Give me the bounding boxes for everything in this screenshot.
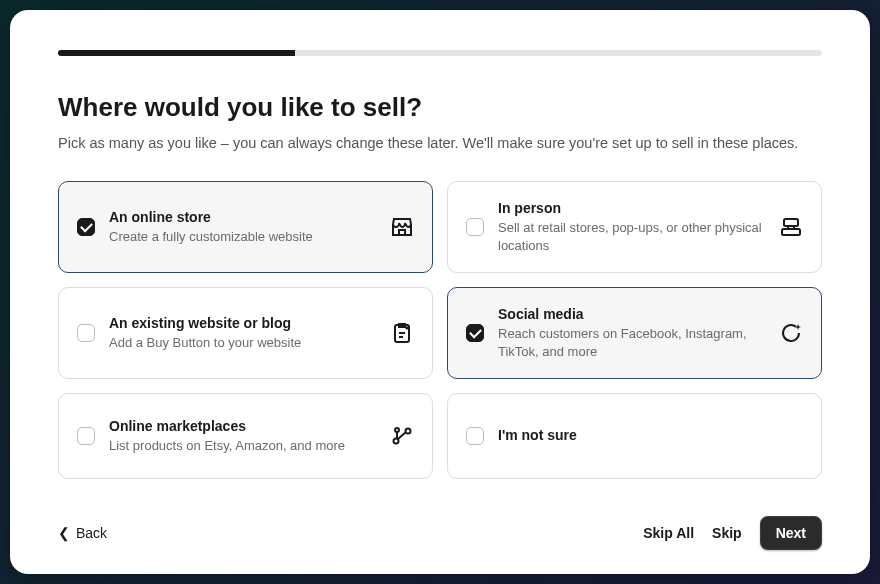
option-social-media[interactable]: Social media Reach customers on Facebook… <box>447 287 822 379</box>
option-text: Online marketplaces List products on Ets… <box>109 418 376 455</box>
option-desc: Reach customers on Facebook, Instagram, … <box>498 325 765 360</box>
option-title: I'm not sure <box>498 427 803 443</box>
option-text: I'm not sure <box>498 427 803 446</box>
progress-fill <box>58 50 295 56</box>
progress-bar <box>58 50 822 56</box>
checkbox-not-sure[interactable] <box>466 427 484 445</box>
checkbox-marketplaces[interactable] <box>77 427 95 445</box>
next-button[interactable]: Next <box>760 516 822 550</box>
option-marketplaces[interactable]: Online marketplaces List products on Ets… <box>58 393 433 479</box>
svg-point-3 <box>394 439 399 444</box>
svg-point-5 <box>395 428 399 432</box>
checkbox-in-person[interactable] <box>466 218 484 236</box>
back-label: Back <box>76 525 107 541</box>
option-title: Social media <box>498 306 765 322</box>
network-icon <box>390 424 414 448</box>
option-existing-site[interactable]: An existing website or blog Add a Buy Bu… <box>58 287 433 379</box>
option-desc: Create a fully customizable website <box>109 228 376 246</box>
option-desc: List products on Etsy, Amazon, and more <box>109 437 376 455</box>
checkbox-online-store[interactable] <box>77 218 95 236</box>
chat-icon <box>779 321 803 345</box>
option-desc: Add a Buy Button to your website <box>109 334 376 352</box>
option-online-store[interactable]: An online store Create a fully customiza… <box>58 181 433 273</box>
option-text: An online store Create a fully customiza… <box>109 209 376 246</box>
option-title: Online marketplaces <box>109 418 376 434</box>
page-title: Where would you like to sell? <box>58 92 822 123</box>
footer-right: Skip All Skip Next <box>643 516 822 550</box>
footer: ❮ Back Skip All Skip Next <box>58 516 822 550</box>
options-grid: An online store Create a fully customiza… <box>58 181 822 479</box>
option-title: In person <box>498 200 765 216</box>
option-text: An existing website or blog Add a Buy Bu… <box>109 315 376 352</box>
svg-rect-0 <box>784 219 798 226</box>
clipboard-icon <box>390 321 414 345</box>
option-text: Social media Reach customers on Facebook… <box>498 306 765 360</box>
option-title: An existing website or blog <box>109 315 376 331</box>
register-icon <box>779 215 803 239</box>
checkbox-existing-site[interactable] <box>77 324 95 342</box>
option-text: In person Sell at retail stores, pop-ups… <box>498 200 765 254</box>
option-not-sure[interactable]: I'm not sure <box>447 393 822 479</box>
skip-all-button[interactable]: Skip All <box>643 525 694 541</box>
option-title: An online store <box>109 209 376 225</box>
back-button[interactable]: ❮ Back <box>58 525 107 541</box>
onboarding-modal: Where would you like to sell? Pick as ma… <box>10 10 870 574</box>
storefront-icon <box>390 215 414 239</box>
page-subtitle: Pick as many as you like – you can alway… <box>58 133 822 153</box>
chevron-left-icon: ❮ <box>58 526 70 540</box>
skip-button[interactable]: Skip <box>712 525 742 541</box>
checkbox-social-media[interactable] <box>466 324 484 342</box>
option-desc: Sell at retail stores, pop-ups, or other… <box>498 219 765 254</box>
option-in-person[interactable]: In person Sell at retail stores, pop-ups… <box>447 181 822 273</box>
svg-rect-1 <box>782 229 800 235</box>
